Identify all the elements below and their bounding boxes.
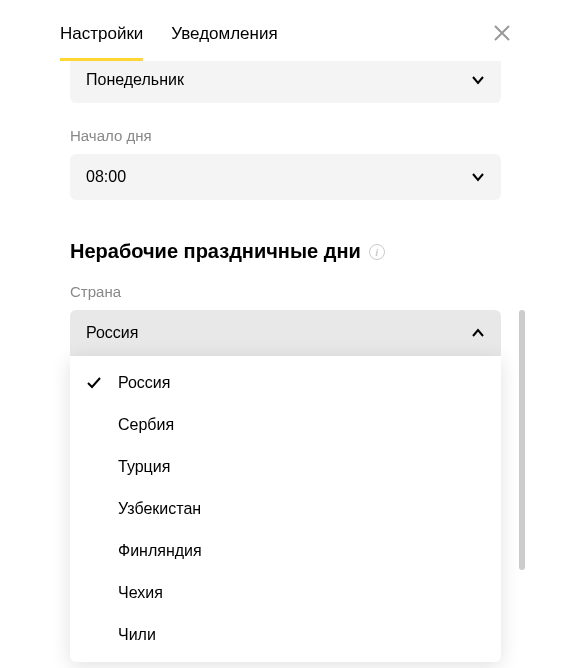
weekday-value: Понедельник [86, 71, 184, 89]
option-label: Сербия [118, 416, 174, 433]
country-option-chile[interactable]: Чили [70, 614, 501, 656]
header: Настройки Уведомления [0, 0, 571, 61]
option-label: Турция [118, 458, 170, 475]
info-icon[interactable]: i [369, 244, 385, 260]
country-option-czechia[interactable]: Чехия [70, 572, 501, 614]
tab-notifications[interactable]: Уведомления [171, 24, 277, 61]
close-icon [493, 24, 511, 42]
country-dropdown: Россия Россия Сербия Турция [70, 310, 501, 356]
daystart-select[interactable]: 08:00 [70, 154, 501, 200]
tab-settings[interactable]: Настройки [60, 24, 143, 61]
country-option-uzbekistan[interactable]: Узбекистан [70, 488, 501, 530]
content: Понедельник Начало дня 08:00 Нерабочие п… [0, 57, 571, 356]
chevron-down-icon [471, 170, 485, 184]
chevron-down-icon [471, 73, 485, 87]
scrollbar[interactable] [519, 310, 525, 570]
daystart-field: Начало дня 08:00 [70, 127, 501, 200]
daystart-value: 08:00 [86, 168, 126, 186]
option-label: Чили [118, 626, 156, 643]
option-label: Узбекистан [118, 500, 201, 517]
option-label: Россия [118, 374, 170, 391]
close-button[interactable] [493, 22, 511, 46]
holidays-section-title: Нерабочие праздничные дни i [70, 240, 501, 263]
country-dropdown-list: Россия Сербия Турция Узбекистан Финлянди… [70, 356, 501, 662]
chevron-up-icon [471, 326, 485, 340]
daystart-label: Начало дня [70, 127, 501, 144]
country-select[interactable]: Россия [70, 310, 501, 356]
settings-panel: Настройки Уведомления Понедельник Начало… [0, 0, 571, 356]
country-label: Страна [70, 283, 501, 300]
country-selected-value: Россия [86, 324, 138, 342]
country-option-russia[interactable]: Россия [70, 362, 501, 404]
weekday-select[interactable]: Понедельник [70, 57, 501, 103]
country-option-serbia[interactable]: Сербия [70, 404, 501, 446]
country-option-turkey[interactable]: Турция [70, 446, 501, 488]
option-label: Финляндия [118, 542, 202, 559]
option-label: Чехия [118, 584, 163, 601]
country-option-finland[interactable]: Финляндия [70, 530, 501, 572]
holidays-title-text: Нерабочие праздничные дни [70, 240, 361, 263]
check-icon [86, 375, 102, 391]
country-field: Страна Россия Россия Сербия [70, 283, 501, 356]
weekday-field: Понедельник [70, 57, 501, 103]
